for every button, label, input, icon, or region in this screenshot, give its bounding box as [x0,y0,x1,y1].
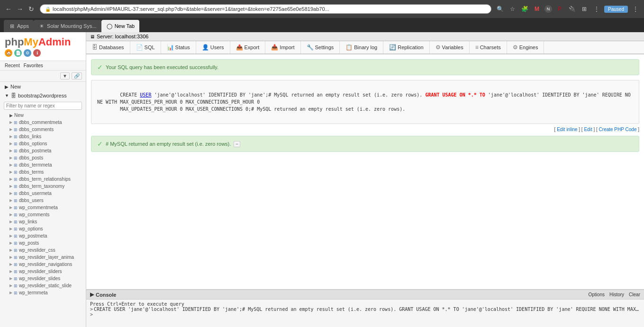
list-item[interactable]: ▶⊞wp_comments [0,211,86,218]
table-icon: ⊞ [14,205,18,210]
list-item[interactable]: ▶⊞wp_termmeta [0,289,86,296]
expand-icon: ▶ [9,248,12,252]
list-item[interactable]: ▶⊞wp_revslider_sliders [0,268,86,275]
expand-icon: ▶ [9,198,12,203]
extensions-icon[interactable]: 🔌 [567,4,577,14]
expand-icon: ▶ [9,205,12,210]
menu-icon[interactable]: ⋮ [631,4,640,14]
create-php-code-link[interactable]: Create PHP Code [599,127,637,132]
db-bootstrap2wordpress[interactable]: ▼ 🗄 bootstrap2wordpress [0,91,86,100]
tab-manager-icon[interactable]: ⊞ [580,4,589,14]
filter-input[interactable] [4,102,82,110]
console-history-btn[interactable]: History [609,292,624,297]
bookmark-star-icon[interactable]: ☆ [508,4,517,14]
list-item[interactable]: ▶⊞wp_revslider_slides [0,275,86,282]
tab-sql-label: SQL [145,44,155,50]
table-icon: ⊞ [14,184,18,189]
table-name: wp_revslider_css [19,247,55,253]
tab-binary-log[interactable]: 📋 Binary log [340,41,383,53]
list-item[interactable]: ▶⊞dbbs_comments [0,126,86,133]
list-item[interactable]: ▶⊞dbbs_termmeta [0,161,86,168]
expand-icon: ▶ [9,163,12,167]
paused-button[interactable]: Paused [604,6,628,13]
tab-engines[interactable]: ⚙ Engines [507,41,544,53]
sql-user-keyword: USER [140,92,151,97]
list-item[interactable]: ▶⊞wp_options [0,225,86,232]
back-button[interactable]: ← [4,4,13,14]
edit-link[interactable]: Edit [584,127,592,132]
tab-export-label: Export [245,44,260,50]
list-item[interactable]: ▶⊞dbbs_commentmeta [0,119,86,126]
expand-icon: ▶ [9,127,12,132]
list-item[interactable]: ▶⊞dbbs_posts [0,154,86,161]
info-banner: ✓ # MySQL returned an empty result set (… [91,136,639,152]
tab-solar[interactable]: ☀ Solar Mounting Sys... [34,20,101,32]
table-name: dbbs_terms [19,169,44,175]
list-item[interactable]: ▶⊞wp_revslider_navigations [0,261,86,268]
search-icon[interactable]: 🔍 [495,4,505,14]
tab-export[interactable]: 📤 Export [230,41,266,53]
list-item[interactable]: ▶⊞dbbs_term_relationships [0,176,86,183]
list-item[interactable]: ▶⊞wp_postmeta [0,232,86,239]
table-name: dbbs_postmeta [19,148,51,153]
tab-users-label: Users [210,44,224,50]
console-clear-btn[interactable]: Clear [629,292,640,297]
table-icon: ⊞ [14,127,18,132]
extension-icon[interactable]: 🧩 [520,4,529,14]
tab-charsets[interactable]: ≡ Charsets [470,41,507,53]
pma-logo-text: phpMyAdmin [5,36,81,48]
list-item[interactable]: ▶⊞dbbs_term_taxonomy [0,183,86,190]
console-arrow-2: > [90,312,93,317]
edit-inline-link[interactable]: Edit inline [557,127,577,132]
table-item-new[interactable]: ▶ New [0,112,86,119]
recent-link[interactable]: Recent [5,63,20,68]
tab-replication[interactable]: 🔄 Replication [383,41,429,53]
tab-import-label: Import [280,44,294,50]
logo-admin: Admin [38,36,71,48]
list-item[interactable]: ▶⊞dbbs_usermeta [0,190,86,197]
tab-databases[interactable]: 🗄 Databases [86,41,130,53]
tab-import[interactable]: 📥 Import [265,41,300,53]
collapse-button[interactable]: − [234,141,240,147]
table-name: wp_posts [19,240,39,246]
sidebar-collapse-btn[interactable]: ▼ [60,72,70,80]
refresh-button[interactable]: ↻ [27,4,36,14]
more-icon[interactable]: ⋮ [592,4,601,14]
tab-newtab[interactable]: ◯ New Tab [101,20,140,32]
list-item[interactable]: ▶⊞dbbs_terms [0,168,86,176]
console-options-btn[interactable]: Options [589,292,605,297]
pinterest-icon[interactable]: P [555,4,564,14]
list-item[interactable]: ▶⊞dbbs_postmeta [0,147,86,154]
address-bar[interactable]: 🔒 localhost/phpMyAdmin/#PMAURL-37:server… [40,4,491,14]
list-item[interactable]: ▶⊞wp_posts [0,239,86,247]
list-item[interactable]: ▶⊞wp_revslider_css [0,247,86,254]
tab-users[interactable]: 👤 Users [196,41,230,53]
list-item[interactable]: ▶⊞dbbs_users [0,197,86,204]
import-icon: 📥 [271,44,278,51]
sidebar-new[interactable]: ▶ New [0,82,86,91]
table-icon: ⊞ [14,163,18,168]
favorites-link[interactable]: Favorites [24,63,43,68]
tab-variables[interactable]: ⚙ Variables [430,41,470,53]
tab-status[interactable]: 📊 Status [161,41,196,53]
info-message: # MySQL returned an empty result set (i.… [106,141,231,147]
table-name: wp_revslider_sliders [19,269,62,274]
console-body[interactable]: Press Ctrl+Enter to execute query > CREA… [86,300,644,327]
list-item[interactable]: ▶⊞wp_commentmeta [0,204,86,211]
tab-apps[interactable]: ⊞ Apps [4,20,34,32]
list-item[interactable]: ▶⊞wp_revslider_layer_anima [0,254,86,261]
expand-icon: ▶ [9,262,12,266]
notification-icon[interactable]: N [544,5,552,13]
new-arrow-icon: ▶ [9,113,13,118]
list-item[interactable]: ▶⊞wp_links [0,218,86,225]
mail-icon[interactable]: M [532,4,542,14]
list-item[interactable]: ▶⊞dbbs_links [0,133,86,140]
table-name: wp_comments [19,212,49,217]
sidebar-link-btn[interactable]: 🔗 [72,72,82,80]
expand-icon: ▶ [9,227,12,231]
tab-sql[interactable]: 📄 SQL [130,41,161,53]
forward-button[interactable]: → [15,4,25,14]
list-item[interactable]: ▶⊞dbbs_options [0,140,86,147]
tab-settings[interactable]: 🔧 Settings [301,41,340,53]
list-item[interactable]: ▶⊞wp_revslider_static_slide [0,282,86,289]
